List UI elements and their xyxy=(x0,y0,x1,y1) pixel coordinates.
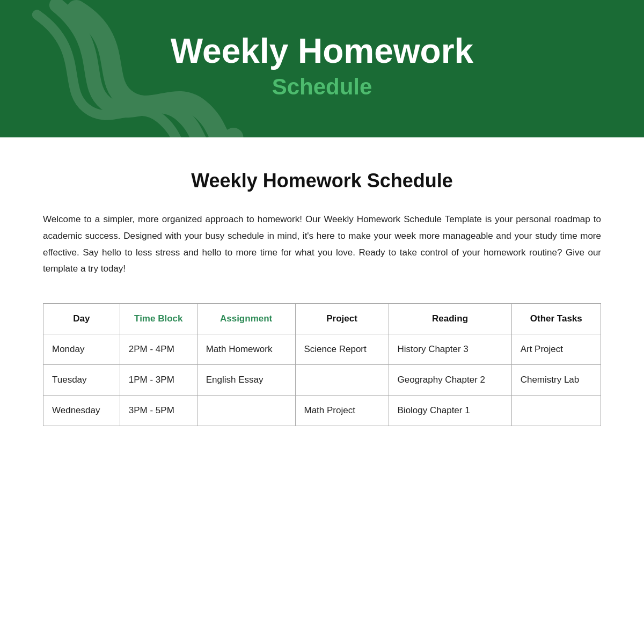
cell-wednesday-reading: Biology Chapter 1 xyxy=(389,395,511,426)
page-header: Weekly Homework Schedule xyxy=(0,0,644,137)
cell-monday-day: Monday xyxy=(43,334,120,364)
cell-monday-reading: History Chapter 3 xyxy=(389,334,511,364)
col-header-project: Project xyxy=(295,303,389,334)
cell-wednesday-time: 3PM - 5PM xyxy=(120,395,197,426)
col-header-othertasks: Other Tasks xyxy=(511,303,601,334)
cell-monday-assignment: Math Homework xyxy=(197,334,295,364)
table-row: Wednesday 3PM - 5PM Math Project Biology… xyxy=(43,395,601,426)
cell-monday-other: Art Project xyxy=(511,334,601,364)
col-header-day: Day xyxy=(43,303,120,334)
cell-tuesday-reading: Geography Chapter 2 xyxy=(389,364,511,395)
col-header-reading: Reading xyxy=(389,303,511,334)
cell-tuesday-assignment: English Essay xyxy=(197,364,295,395)
table-row: Tuesday 1PM - 3PM English Essay Geograph… xyxy=(43,364,601,395)
intro-paragraph: Welcome to a simpler, more organized app… xyxy=(43,211,601,277)
cell-monday-project: Science Report xyxy=(295,334,389,364)
header-subtitle: Schedule xyxy=(21,74,623,100)
schedule-table: Day Time Block Assignment Project Readin… xyxy=(43,303,601,426)
table-row: Monday 2PM - 4PM Math Homework Science R… xyxy=(43,334,601,364)
cell-wednesday-project: Math Project xyxy=(295,395,389,426)
cell-tuesday-day: Tuesday xyxy=(43,364,120,395)
main-content: Weekly Homework Schedule Welcome to a si… xyxy=(0,137,644,447)
cell-wednesday-other xyxy=(511,395,601,426)
col-header-timeblock: Time Block xyxy=(120,303,197,334)
cell-monday-time: 2PM - 4PM xyxy=(120,334,197,364)
col-header-assignment: Assignment xyxy=(197,303,295,334)
cell-wednesday-day: Wednesday xyxy=(43,395,120,426)
table-header-row: Day Time Block Assignment Project Readin… xyxy=(43,303,601,334)
cell-wednesday-assignment xyxy=(197,395,295,426)
page-heading: Weekly Homework Schedule xyxy=(43,170,601,192)
cell-tuesday-project xyxy=(295,364,389,395)
cell-tuesday-other: Chemistry Lab xyxy=(511,364,601,395)
header-title: Weekly Homework xyxy=(21,32,623,70)
cell-tuesday-time: 1PM - 3PM xyxy=(120,364,197,395)
